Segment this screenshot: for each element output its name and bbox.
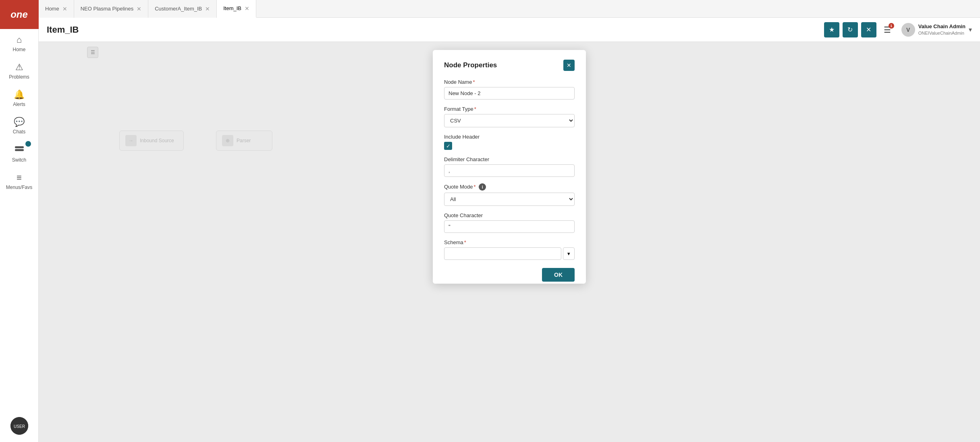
node-name-group: Node Name*: [444, 79, 575, 100]
tab-label: NEO Plasma Pipelines: [81, 6, 134, 12]
menu-icon-button[interactable]: ☰ 1: [880, 22, 895, 37]
sidebar-item-label: Menus/Favs: [6, 185, 32, 190]
sidebar-item-menus[interactable]: ≡ Menus/Favs: [0, 167, 38, 194]
canvas-area[interactable]: → Inbound Source ⊕ Parser ⊕ Inbound Sour…: [39, 42, 980, 442]
refresh-icon: ↻: [847, 26, 853, 33]
tab-label: Item_IB: [223, 5, 241, 11]
switch-badge: [25, 141, 31, 147]
delimiter-input[interactable]: [444, 164, 575, 177]
node-properties-modal: Node Properties ✕ Node Name* Format Type…: [433, 50, 586, 284]
sidebar-item-label: Alerts: [13, 102, 25, 107]
sidebar-item-alerts[interactable]: 🔔 Alerts: [0, 84, 38, 111]
sidebar: one ⌂ Home ⚠ Problems 🔔 Alerts 💬 Chats S…: [0, 0, 39, 442]
delimiter-group: Delimiter Character: [444, 156, 575, 177]
tab-label: Home: [45, 6, 59, 12]
tab-label: CustomerA_Item_IB: [155, 6, 202, 12]
include-header-group: Include Header ✓: [444, 134, 575, 150]
sidebar-item-chats[interactable]: 💬 Chats: [0, 111, 38, 139]
home-icon: ⌂: [17, 35, 22, 45]
menus-icon: ≡: [17, 172, 22, 183]
node-name-input[interactable]: [444, 87, 575, 100]
quote-mode-group: Quote Mode* i All None Non Numeric Minim…: [444, 183, 575, 206]
alerts-icon: 🔔: [14, 89, 25, 100]
sidebar-item-label: Switch: [12, 157, 26, 163]
schema-dropdown-button[interactable]: ▾: [563, 247, 575, 260]
quote-mode-info-icon[interactable]: i: [479, 183, 486, 191]
sidebar-item-problems[interactable]: ⚠ Problems: [0, 56, 38, 84]
svg-text:USER: USER: [14, 424, 25, 429]
schema-group: Schema* ▾: [444, 239, 575, 260]
close-page-button[interactable]: ✕: [861, 22, 876, 37]
delimiter-label: Delimiter Character: [444, 156, 575, 162]
schema-row: ▾: [444, 247, 575, 260]
svg-rect-1: [15, 149, 24, 151]
quote-character-group: Quote Character: [444, 212, 575, 233]
format-type-select[interactable]: CSV JSON XML FIXED: [444, 114, 575, 127]
schema-input[interactable]: [444, 247, 561, 260]
tab-close-customerA[interactable]: ✕: [205, 6, 210, 12]
modal-close-icon: ✕: [567, 62, 571, 68]
tab-bar: Home ✕ NEO Plasma Pipelines ✕ CustomerA_…: [39, 0, 980, 18]
quote-mode-select[interactable]: All None Non Numeric Minimal: [444, 193, 575, 206]
user-section: V Value Chain Admin ONEIValueChainAdmin …: [901, 23, 972, 37]
format-type-group: Format Type* CSV JSON XML FIXED: [444, 106, 575, 127]
sidebar-item-home[interactable]: ⌂ Home: [0, 29, 38, 56]
app-logo[interactable]: one: [0, 0, 39, 29]
tab-customerA[interactable]: CustomerA_Item_IB ✕: [148, 0, 217, 18]
user-avatar: V: [901, 23, 915, 37]
chats-icon: 💬: [14, 117, 25, 127]
switch-icon: [15, 144, 24, 156]
modal-close-button[interactable]: ✕: [563, 60, 575, 71]
modal-header: Node Properties ✕: [444, 60, 575, 71]
page-header: Item_IB ★ ↻ ✕ ☰ 1 V Value: [39, 18, 980, 42]
sidebar-item-label: Chats: [13, 129, 25, 135]
tab-neo[interactable]: NEO Plasma Pipelines ✕: [74, 0, 149, 18]
sidebar-item-label: Home: [12, 47, 25, 52]
include-header-label: Include Header: [444, 134, 575, 140]
tab-home[interactable]: Home ✕: [39, 0, 74, 18]
tab-close-neo[interactable]: ✕: [137, 6, 141, 12]
quote-character-input[interactable]: [444, 220, 575, 233]
user-avatar-small[interactable]: USER: [10, 417, 28, 435]
star-button[interactable]: ★: [824, 22, 839, 37]
star-icon: ★: [829, 26, 835, 33]
tab-close-home[interactable]: ✕: [62, 6, 67, 12]
sidebar-item-label: Problems: [9, 74, 29, 80]
quote-mode-label: Quote Mode* i: [444, 183, 575, 191]
user-info: Value Chain Admin ONEIValueChainAdmin: [918, 23, 965, 36]
page-title: Item_IB: [47, 25, 824, 35]
schema-label: Schema*: [444, 239, 575, 245]
include-header-checkbox-wrap: ✓: [444, 142, 575, 150]
include-header-checkbox[interactable]: ✓: [444, 142, 452, 150]
menu-badge: 1: [889, 23, 894, 29]
modal-footer: OK: [444, 268, 575, 282]
modal-title: Node Properties: [444, 61, 497, 69]
user-role: ONEIValueChainAdmin: [918, 30, 965, 36]
sidebar-item-switch[interactable]: Switch: [0, 139, 38, 167]
user-name: Value Chain Admin: [918, 23, 965, 30]
close-icon: ✕: [866, 26, 871, 33]
sidebar-bottom: USER: [10, 414, 28, 442]
tab-item-ib[interactable]: Item_IB ✕: [217, 0, 256, 18]
ok-button[interactable]: OK: [542, 268, 575, 282]
problems-icon: ⚠: [15, 62, 23, 73]
tab-close-item-ib[interactable]: ✕: [245, 6, 249, 11]
node-name-label: Node Name*: [444, 79, 575, 85]
user-dropdown-arrow[interactable]: ▾: [969, 26, 972, 33]
svg-rect-0: [15, 146, 24, 148]
main-content: Home ✕ NEO Plasma Pipelines ✕ CustomerA_…: [39, 0, 980, 442]
format-type-label: Format Type*: [444, 106, 575, 112]
modal-overlay: Node Properties ✕ Node Name* Format Type…: [39, 46, 980, 442]
quote-character-label: Quote Character: [444, 212, 575, 218]
refresh-button[interactable]: ↻: [843, 22, 858, 37]
checkmark-icon: ✓: [446, 143, 451, 149]
header-actions: ★ ↻ ✕ ☰ 1 V Value Chain Admin ONEIV: [824, 22, 972, 37]
